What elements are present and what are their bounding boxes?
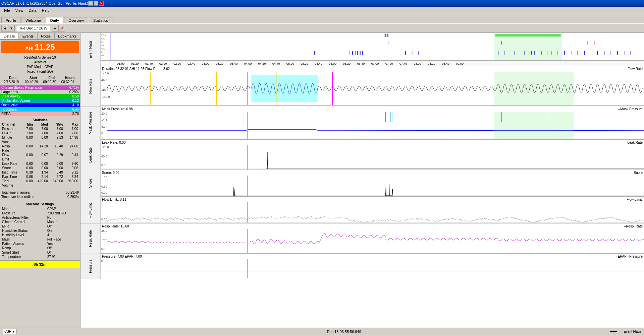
flow-limit-label: Flow Limit. [80,197,101,223]
flow-rate-header-right: –Flow Rate [624,66,644,71]
timestamp-display: Dec 18 03:55:56.949 [327,330,361,334]
resp-rate-header: Resp. Rate: 13.60 [101,224,130,229]
menu-item-help[interactable]: Help [39,8,52,13]
session-table: Date Start End Hours 12/18/2019 00:40:29… [1,76,79,84]
prev-button[interactable]: ◄ [1,25,8,31]
pressure-area[interactable]: Pressure: 7.00 EPAP: 7.00 –EPAP –Pressur… [101,254,644,279]
svg-text:H: H [101,51,103,53]
snore-label: Snore [80,170,101,197]
flow-limit-header: Flow Limit.: 0.11 [101,197,128,202]
minimize-button[interactable]: ─ [88,1,93,6]
resp-rate-area[interactable]: Resp. Rate: 13.60 –Resp. Rate 35.0 17.5 … [101,224,644,254]
machine-settings: Machine Settings ModeCPAP Pressure7.00 c… [1,202,79,259]
bottom-bar: CSR ▼ Dec 18 03:55:56.949 — Event Flags [0,328,644,335]
flow-rate-header: Duration 08:32:01 AHI 11.25 Flow Rate: -… [101,66,171,71]
mask-pressure-header: Mask Pressure: 6.98 [101,107,134,112]
events-list: Cheyne Stokes Respiration6.71% Large Lea… [0,85,80,116]
event-flags-chart: Event Flags CSR CA FL UA OA H RE [80,33,644,66]
session-date: 12/18/2019 [1,80,24,84]
session-start: 00:40:29 [24,80,42,84]
tab-overview[interactable]: Overview [64,17,88,23]
event-flags-label: — Event Flags [619,330,641,333]
device-info: ResMed AirSense 10 AutoSet PAP Mode: CPA… [0,55,80,75]
left-panel: Details Events Notes Bookmarks AHI 11.25… [0,33,80,328]
tab-welcome[interactable]: Welcome [21,17,45,23]
snore-area[interactable]: Snore: 0.00 –Snore 1.00 0.50 0.00 01: [101,170,644,197]
flow-rate-label: Flow Rate [80,66,101,106]
svg-text:UA: UA [101,44,105,47]
subtab-events[interactable]: Events [19,33,38,40]
event-cheyne: Cheyne Stokes Respiration6.71% [0,85,80,90]
mask-pressure-area[interactable]: Mask Pressure: 6.98 –Mask Pressure 20.0 … [101,107,644,140]
menubar: FileViewDataHelp [0,7,644,14]
flow-limit-area[interactable]: Flow Limit.: 0.11 –Flow Limit. 1.00 0.00 [101,197,644,223]
snore-header-right: –Snore [631,170,644,175]
maximize-button[interactable]: □ [94,1,98,6]
stats-table: Statistics ChannelMinMed95%Max Pressure7… [1,117,79,188]
event-obstructive: Obstructive4.10 [0,103,80,107]
flow-limit-header-right: –Flow Limit. [624,197,644,202]
calendar-dropdown[interactable]: ▼ [8,25,15,31]
csr-dropdown-icon[interactable]: ▼ [12,330,15,333]
close-button[interactable]: ✕ [99,1,104,6]
svg-rect-33 [494,33,562,60]
event-flags-indicator [610,331,617,332]
event-clear-airway: Clear Airway0.59 [0,94,80,98]
menu-item-data[interactable]: Data [26,8,39,13]
event-unclassified: Unclassified Apnea0.12 [0,98,80,103]
tab-statistics[interactable]: Statistics [89,17,112,23]
titlebar-title: OSCAR v1.01-r1 [a102a354 OpenGL] (Profil… [1,1,88,5]
mask-pressure-chart: Mask Pressure Mask Pressure: 6.98 –Mask … [80,107,644,140]
pressure-header: Pressure: 7.00 EPAP: 7.00 [101,254,143,259]
leak-rate-label: Leak Rate [80,140,101,170]
svg-text:RE: RE [101,54,105,57]
navbar: ◄ ▼ Tue Dec 17 2019 ► 📌 [0,23,644,33]
leak-rate-header-right: –Leak Rate [624,140,644,145]
pin-button[interactable]: 📌 [58,25,65,31]
flow-rate-area[interactable]: Duration 08:32:01 AHI 11.25 Flow Rate: -… [101,66,644,106]
tab-profile[interactable]: Profile [1,17,20,23]
svg-rect-65 [494,72,574,105]
subtab-notes[interactable]: Notes [37,33,54,40]
device-pressure: Fixed 7 (cmH2O) [1,69,79,74]
pressure-chart: Pressure Pressure: 7.00 EPAP: 7.00 –EPAP… [80,254,644,279]
csr-selector[interactable]: CSR ▼ [3,329,17,334]
menu-item-file[interactable]: File [1,8,13,13]
leak-rate-header: Leak Rate: 0.00 [101,140,127,145]
svg-text:CSR: CSR [101,34,106,37]
pressure-label: Pressure [80,254,101,279]
status-duration: 8h 32m [34,262,47,266]
svg-rect-79 [494,112,574,139]
pressure-header-right: –EPAP –Pressure [614,254,644,259]
mask-pressure-header-right: –Mask Pressure [617,107,644,112]
leak-rate-area[interactable]: Leak Rate: 0.00 –Leak Rate 120.0 60.0 0.… [101,140,644,170]
status-bar: 8h 32m [0,260,80,268]
svg-text:CA: CA [101,38,105,40]
ahi-label: AHI [25,46,35,51]
subtab-bookmarks[interactable]: Bookmarks [54,33,80,40]
tab-daily[interactable]: Daily [46,17,63,23]
session-end: 09:12:30 [43,80,61,84]
totals: Total time in apnea00:23:49 Time over le… [1,190,79,199]
snore-header: Snore: 0.00 [101,170,121,175]
event-flags-area[interactable]: CSR CA FL UA OA H RE [101,33,644,66]
event-rera: RERA2.70 [0,112,80,116]
titlebar-controls: ─ □ ✕ [88,1,104,6]
device-mode: AutoSet [1,60,79,65]
date-display: Tue Dec 17 2019 [16,25,50,31]
event-hypopnea: Hypopnea6.45 [0,107,80,112]
left-subtabs: Details Events Notes Bookmarks [0,33,80,40]
snore-chart: Snore Snore: 0.00 –Snore 1.00 0.50 0.00 [80,170,644,197]
charts-panel[interactable]: Event Flags CSR CA FL UA OA H RE [80,33,644,328]
leak-rate-chart: Leak Rate Leak Rate: 0.00 –Leak Rate 120… [80,140,644,170]
resp-rate-chart: Resp. Rate Resp. Rate: 13.60 –Resp. Rate… [80,224,644,254]
menu-item-view[interactable]: View [13,8,26,13]
subtab-details[interactable]: Details [0,33,19,40]
bottom-left: CSR ▼ [0,329,80,334]
mask-pressure-label: Mask Pressure [80,107,101,140]
bottom-center: Dec 18 03:55:56.949 [80,330,607,334]
ahi-box: AHI 11.25 [1,41,79,53]
next-button[interactable]: ► [52,25,58,31]
device-name: ResMed AirSense 10 [1,55,79,60]
tabbar: Profile Welcome Daily Overview Statistic… [0,14,644,23]
